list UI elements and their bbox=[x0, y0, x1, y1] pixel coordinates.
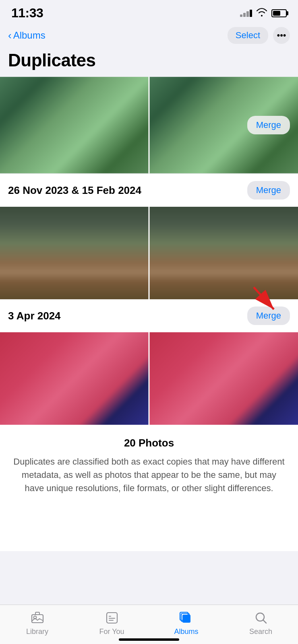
tab-library[interactable]: Library bbox=[0, 611, 74, 636]
merge-button-1[interactable]: Merge bbox=[247, 116, 290, 134]
back-button[interactable]: ‹ Albums bbox=[8, 30, 46, 41]
photos-description: Duplicates are classified both as exact … bbox=[12, 455, 286, 495]
tab-library-label: Library bbox=[26, 628, 48, 636]
merge-overlay-1: Merge bbox=[247, 116, 290, 134]
wifi-icon bbox=[256, 8, 267, 19]
svg-line-1 bbox=[254, 287, 274, 309]
tab-search-label: Search bbox=[249, 628, 272, 636]
back-chevron-icon: ‹ bbox=[8, 30, 12, 41]
photo-left-1[interactable] bbox=[0, 77, 149, 173]
back-label: Albums bbox=[13, 30, 46, 41]
tab-albums[interactable]: Albums bbox=[149, 611, 224, 636]
status-icons bbox=[240, 8, 287, 19]
duplicate-date-2: 26 Nov 2023 & 15 Feb 2024 bbox=[8, 184, 141, 197]
tab-albums-label: Albums bbox=[174, 628, 198, 636]
status-time: 11:33 bbox=[11, 6, 43, 21]
select-button[interactable]: Select bbox=[228, 27, 268, 44]
tab-for-you[interactable]: For You bbox=[74, 611, 149, 636]
footer-section: 20 Photos Duplicates are classified both… bbox=[0, 425, 298, 503]
status-bar: 11:33 bbox=[0, 0, 298, 24]
merge-button-2-top[interactable]: Merge bbox=[247, 181, 290, 200]
signal-icon bbox=[240, 10, 252, 17]
battery-icon bbox=[271, 9, 287, 17]
svg-rect-2 bbox=[32, 615, 43, 623]
red-arrow bbox=[246, 279, 286, 319]
search-icon bbox=[254, 611, 268, 625]
photos-count: 20 Photos bbox=[12, 437, 286, 449]
duplicate-date-3: 3 Apr 2024 bbox=[8, 310, 61, 322]
main-content: Merge 26 Nov 2023 & 15 Feb 2024 Merge bbox=[0, 77, 298, 551]
svg-point-9 bbox=[256, 613, 264, 621]
nav-actions: Select ••• bbox=[228, 27, 290, 44]
nav-bar: ‹ Albums Select ••• bbox=[0, 24, 298, 49]
svg-rect-4 bbox=[35, 612, 39, 615]
photo-pair-1: Merge bbox=[0, 77, 298, 173]
photo-right-3[interactable] bbox=[149, 332, 298, 425]
page-title: Duplicates bbox=[8, 50, 290, 70]
more-button[interactable]: ••• bbox=[273, 27, 290, 44]
for-you-icon bbox=[105, 611, 119, 625]
photo-left-2[interactable] bbox=[0, 207, 149, 299]
tab-search[interactable]: Search bbox=[224, 611, 298, 636]
photo-left-3[interactable] bbox=[0, 332, 149, 425]
date-merge-row-2: 26 Nov 2023 & 15 Feb 2024 Merge bbox=[0, 174, 298, 207]
library-icon bbox=[30, 611, 45, 625]
home-indicator bbox=[119, 638, 179, 641]
albums-icon bbox=[179, 611, 194, 625]
photo-pair-3 bbox=[0, 332, 298, 425]
page-title-container: Duplicates bbox=[0, 49, 298, 77]
duplicate-group-2: 26 Nov 2023 & 15 Feb 2024 Merge bbox=[0, 174, 298, 425]
duplicate-group-1: Merge bbox=[0, 77, 298, 174]
tab-for-you-label: For You bbox=[99, 628, 124, 636]
